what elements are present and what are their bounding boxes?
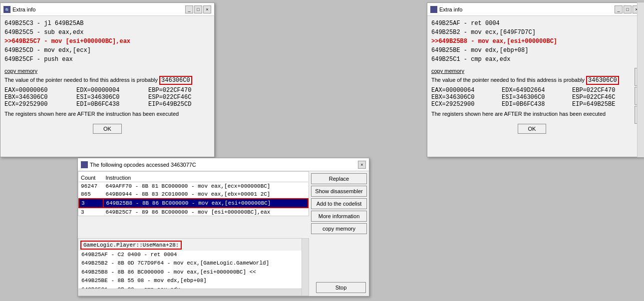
- opcodes-window: The following opcodes accessed 3463077C …: [77, 158, 369, 297]
- left-code-line-4: 649B25CD - mov edx,[ecx]: [4, 46, 210, 55]
- left-registers: EAX=00000060 EDX=00000004 EBP=022CF470 E…: [4, 87, 210, 108]
- show-disassembler-button[interactable]: Show disassembler: [311, 186, 367, 197]
- right-window-title: Extra info: [439, 6, 462, 12]
- opcodes-bottom-panel: GameLogic.Player::UseMana+28: 649B25AF -…: [78, 238, 309, 296]
- left-window-content: 649B25C3 - jl 649B25AB 649B25C5 - sub ea…: [0, 16, 214, 137]
- row-inst-1: 649AFF70 - 8B 81 BC000000 - mov eax,[ecx…: [103, 182, 308, 191]
- table-row-selected[interactable]: 3 649B25B8 - 8B 86 BC000000 - mov eax,[e…: [79, 199, 308, 208]
- left-code-line-5: 649B25CF - push eax: [4, 55, 210, 64]
- left-reg-ebp: EBP=022CF470: [148, 87, 210, 94]
- left-window-titlebar: 🔍 Extra info _ □ ×: [0, 3, 214, 16]
- right-window-titlebar: Extra info _ □ ×: [427, 3, 644, 16]
- right-register-note: The registers shown here are AFTER the i…: [431, 111, 633, 117]
- right-window-content: 649B25AF - ret 0004 649B25B2 - mov ecx,[…: [427, 16, 644, 137]
- opcodes-table-container: Count Instruction 96247 649AFF70 - 8B 81…: [78, 171, 309, 216]
- opcodes-table: Count Instruction 96247 649AFF70 - 8B 81…: [78, 174, 309, 216]
- right-code-line-5: 649B25C1 - cmp eax,edx: [431, 55, 633, 64]
- left-ok-button[interactable]: OK: [93, 124, 122, 134]
- bottom-line-4: 649B25BE - 8B 55 08 - mov edx,[ebp+08]: [79, 277, 302, 285]
- svg-rect-2: [431, 7, 436, 12]
- left-extra-info-window: 🔍 Extra info _ □ × 649B25C3 - jl 649B25A…: [0, 2, 215, 157]
- left-reg-eax: EAX=00000060: [4, 87, 66, 94]
- right-extra-info-window: Extra info _ □ × 649B25AF - ret 0004 649…: [427, 2, 644, 157]
- left-code-line-3: 649B25C7 - mov [esi+000000BC],eax: [4, 37, 210, 46]
- right-reg-eip: EIP=649B25BE: [572, 101, 633, 108]
- more-information-button[interactable]: More information: [311, 211, 367, 222]
- opcodes-titlebar: The following opcodes accessed 3463077C …: [78, 158, 369, 171]
- left-reg-ecx: ECX=29252900: [4, 101, 66, 108]
- copy-memory-button[interactable]: copy memory: [311, 223, 367, 234]
- right-window-minimize[interactable]: _: [615, 5, 623, 13]
- row-inst-3: 649B25B8 - 8B 86 BC000000 - mov eax,[esi…: [103, 199, 308, 208]
- right-reg-esp: ESP=022CF46C: [572, 94, 633, 101]
- right-window-icon: [430, 6, 437, 13]
- left-window-close[interactable]: ×: [203, 5, 211, 13]
- row-count-1: 96247: [79, 182, 103, 191]
- right-code-line-4: 649B25BE - mov edx,[ebp+08]: [431, 46, 633, 55]
- left-reg-edx: EDX=00000004: [76, 87, 138, 94]
- opcodes-window-icon: [81, 161, 88, 168]
- right-code-line-1: 649B25AF - ret 0004: [431, 19, 633, 28]
- left-reg-ebx: EBX=346306C0: [4, 94, 66, 101]
- left-reg-esp: ESP=022CF46C: [148, 94, 210, 101]
- bottom-label: GameLogic.Player::UseMana+28:: [80, 241, 182, 250]
- right-pointer-value: 346306C0: [586, 76, 619, 85]
- left-window-icon: 🔍: [3, 6, 10, 13]
- left-pointer-text: The value of the pointer needed to find …: [4, 76, 210, 85]
- right-reg-edx: EDX=649D2664: [502, 87, 562, 94]
- add-codelist-button[interactable]: Add to the codelist: [311, 198, 367, 209]
- right-reg-edi: EDI=0B6FC438: [502, 101, 562, 108]
- left-copy-memory[interactable]: copy memory: [4, 68, 37, 74]
- bottom-scrollbar-h[interactable]: [78, 289, 302, 296]
- row-inst-4: 649B25C7 - 89 86 BC000000 - mov [esi+000…: [103, 208, 308, 216]
- svg-rect-3: [82, 162, 87, 167]
- right-window-maximize[interactable]: □: [624, 5, 632, 13]
- table-row[interactable]: 865 649B0944 - 8B 83 2C010000 - mov eax,…: [79, 190, 308, 199]
- left-window-maximize[interactable]: □: [194, 5, 202, 13]
- row-inst-2: 649B0944 - 8B 83 2C010000 - mov eax,[ebx…: [103, 190, 308, 199]
- left-pointer-value: 346306C0: [159, 76, 192, 85]
- bottom-scrollbar-v[interactable]: [302, 239, 309, 296]
- right-registers: EAX=00000064 EDX=649D2664 EBP=022CF470 E…: [431, 87, 633, 108]
- opcodes-window-close[interactable]: ×: [358, 161, 366, 169]
- bottom-line-2: 649B25B2 - 8B 0D 7C7D9F64 - mov ecx,[Gam…: [79, 259, 302, 268]
- left-window-title: Extra info: [12, 6, 35, 12]
- left-code-line-1: 649B25C3 - jl 649B25AB: [4, 19, 210, 28]
- table-row[interactable]: 96247 649AFF70 - 8B 81 BC000000 - mov ea…: [79, 182, 308, 191]
- left-reg-edi: EDI=0B6FC438: [76, 101, 138, 108]
- left-window-minimize[interactable]: _: [185, 5, 193, 13]
- right-reg-ebx: EBX=346306C0: [431, 94, 492, 101]
- left-reg-esi: ESI=346306C0: [76, 94, 138, 101]
- svg-text:🔍: 🔍: [5, 7, 9, 12]
- right-code-line-2: 649B25B2 - mov ecx,[649F7D7C]: [431, 28, 633, 37]
- table-row[interactable]: 3 649B25C7 - 89 86 BC000000 - mov [esi+0…: [79, 208, 308, 216]
- row-count-2: 865: [79, 190, 103, 199]
- right-copy-memory[interactable]: copy memory: [431, 68, 464, 74]
- col-instruction: Instruction: [103, 174, 308, 182]
- left-reg-eip: EIP=649B25CD: [148, 101, 210, 108]
- right-reg-eax: EAX=00000064: [431, 87, 492, 94]
- right-reg-ecx: ECX=29252900: [431, 101, 492, 108]
- left-register-note: The registers shown here are AFTER the i…: [4, 111, 210, 117]
- row-count-4: 3: [79, 208, 103, 216]
- right-code-line-3: 649B25B8 - mov eax,[esi+000000BC]: [431, 37, 633, 46]
- opcodes-window-title: The following opcodes accessed 3463077C: [90, 162, 196, 168]
- right-outer-scrollbar[interactable]: [637, 2, 644, 157]
- right-reg-esi: ESI=346306C0: [502, 94, 562, 101]
- bottom-line-3: 649B25B8 - 8B 86 BC000000 - mov eax,[esi…: [79, 268, 302, 277]
- right-reg-ebp: EBP=022CF470: [572, 87, 633, 94]
- right-pointer-text: The value of the pointer needed to find …: [431, 76, 633, 85]
- replace-button[interactable]: Replace: [311, 173, 367, 184]
- left-code-line-2: 649B25C5 - sub eax,edx: [4, 28, 210, 37]
- row-count-3: 3: [79, 199, 103, 208]
- bottom-line-1: 649B25AF - C2 0400 - ret 0004: [79, 251, 302, 259]
- col-count: Count: [79, 174, 103, 182]
- right-ok-button[interactable]: OK: [518, 124, 547, 134]
- stop-button[interactable]: Stop: [316, 282, 366, 293]
- opcodes-action-buttons: Replace Show disassembler Add to the cod…: [309, 171, 369, 236]
